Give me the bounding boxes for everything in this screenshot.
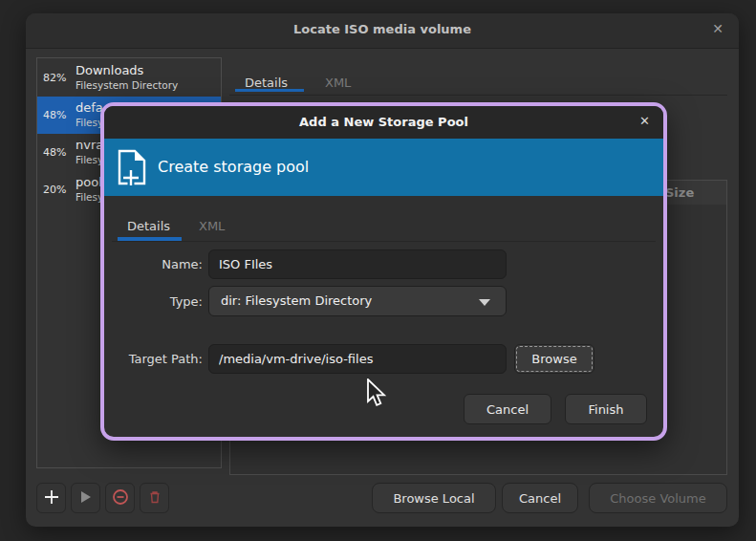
pool-usage: 48%: [43, 109, 66, 121]
delete-pool-button[interactable]: [140, 483, 169, 513]
chevron-down-icon: [479, 299, 490, 306]
pool-row-downloads[interactable]: 82% Downloads Filesystem Directory: [37, 59, 221, 97]
start-pool-button[interactable]: [71, 483, 100, 513]
size-column-header[interactable]: Size: [665, 185, 694, 200]
name-input[interactable]: [208, 249, 507, 279]
create-pool-banner: Create storage pool: [104, 139, 663, 196]
plus-icon: [43, 488, 60, 509]
dialog-title: Add a New Storage Pool: [104, 115, 663, 129]
target-path-input[interactable]: [208, 344, 507, 374]
browse-button[interactable]: Browse: [514, 344, 594, 374]
dialog-titlebar[interactable]: Add a New Storage Pool ✕: [104, 106, 663, 139]
dialog-tab-xml[interactable]: XML: [199, 219, 225, 233]
pool-name: defa: [76, 100, 103, 115]
add-storage-pool-dialog: Add a New Storage Pool ✕ Create storage …: [100, 102, 667, 441]
dialog-tabstrip-divider: [112, 241, 656, 242]
dialog-cancel-button[interactable]: Cancel: [464, 394, 551, 424]
new-document-icon: [117, 148, 147, 190]
dialog-finish-button[interactable]: Finish: [565, 394, 647, 424]
tabstrip-divider: [229, 95, 727, 96]
play-icon: [78, 489, 94, 508]
pool-name: pool: [76, 175, 102, 189]
window-title: Locate ISO media volume: [26, 22, 739, 36]
tab-xml[interactable]: XML: [325, 76, 351, 90]
stop-circle-icon: [112, 488, 129, 509]
choose-volume-button[interactable]: Choose Volume: [589, 483, 727, 513]
dialog-close-icon[interactable]: ✕: [639, 114, 650, 128]
type-dropdown-value: dir: Filesystem Directory: [221, 293, 372, 308]
pool-usage: 48%: [43, 146, 66, 159]
screen: Locate ISO media volume ✕ Details XML 82…: [0, 0, 756, 541]
pool-type: Filesystem Directory: [76, 79, 178, 91]
stop-pool-button[interactable]: [105, 483, 135, 513]
pool-name: Downloads: [76, 63, 143, 77]
dialog-tab-details[interactable]: Details: [127, 219, 170, 233]
cancel-button[interactable]: Cancel: [502, 483, 578, 513]
pool-usage: 20%: [43, 184, 66, 196]
banner-title: Create storage pool: [158, 158, 309, 176]
pool-usage: 82%: [43, 72, 66, 84]
trash-icon: [147, 489, 162, 508]
name-label: Name:: [104, 257, 203, 271]
type-label: Type:: [104, 294, 203, 309]
add-pool-button[interactable]: [36, 483, 66, 513]
target-path-label: Target Path:: [104, 352, 203, 366]
tab-details[interactable]: Details: [245, 76, 288, 90]
window-titlebar[interactable]: Locate ISO media volume ✕: [26, 13, 739, 49]
active-tab-underline: [235, 89, 304, 92]
pool-name: nvra: [76, 138, 103, 152]
browse-local-button[interactable]: Browse Local: [372, 483, 496, 513]
type-dropdown[interactable]: dir: Filesystem Directory: [208, 286, 507, 316]
close-icon[interactable]: ✕: [712, 21, 724, 36]
